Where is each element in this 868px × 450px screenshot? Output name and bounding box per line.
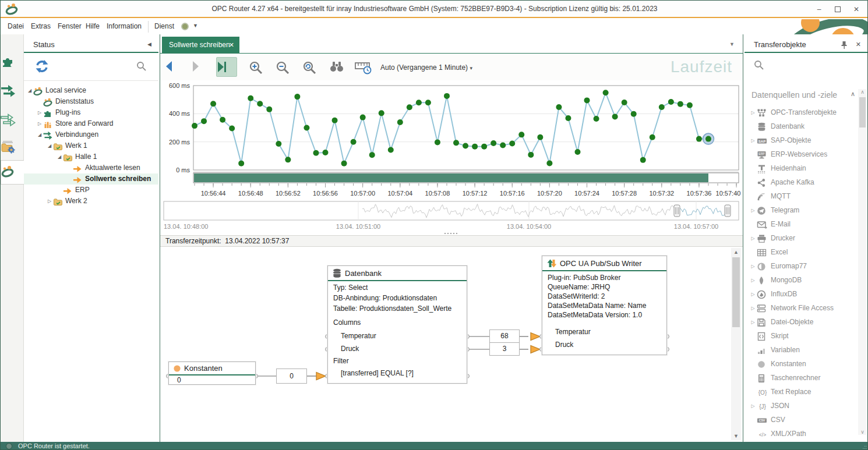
pin-icon[interactable] — [840, 41, 848, 49]
transfer-item-e-mail[interactable]: E-Mail — [749, 217, 857, 231]
runtime-chart[interactable]: 600 ms400 ms200 ms0 ms10:56:4410:56:4810… — [160, 80, 743, 235]
item-expander-icon[interactable]: ▷ — [749, 138, 757, 143]
tree-item-aktualwerte-lesen[interactable]: Aktualwerte lesen — [24, 162, 158, 173]
item-expander-icon[interactable]: ▷ — [749, 292, 757, 297]
strip-runtime-button[interactable] — [1, 160, 24, 185]
transfer-item-konstanten[interactable]: Konstanten — [749, 357, 857, 371]
db-filter-row[interactable]: [transferred] EQUAL [?] — [328, 365, 467, 377]
opcua-port-temperatur[interactable]: Temperatur — [542, 319, 666, 336]
transfer-item-skript[interactable]: Skript — [749, 329, 857, 343]
tree-item-sollwerte-schreiben[interactable]: Sollwerte schreiben — [24, 173, 158, 185]
tree-expander-icon[interactable]: ◢ — [26, 85, 33, 96]
chevron-up-icon[interactable]: ∧ — [851, 90, 855, 98]
transfer-item-excel[interactable]: Excel — [749, 245, 857, 259]
tab-list-chevron-icon[interactable]: ▼ — [729, 41, 735, 47]
transfer-item-datenbank[interactable]: Datenbank — [749, 119, 857, 133]
node-datenbank[interactable]: Datenbank Typ: Select DB-Anbindung: Prod… — [327, 265, 467, 384]
chevron-down-icon[interactable]: ▼ — [193, 23, 198, 29]
transfer-item-mongodb[interactable]: ▷MongoDB — [749, 273, 857, 287]
menu-fenster[interactable]: Fenster — [58, 22, 82, 30]
transfer-item-xml-xpath[interactable]: </>XML/XPath — [749, 427, 857, 441]
transfer-item-sap-objekte[interactable]: ▷SAPSAP-Objekte — [749, 133, 857, 147]
menu-information[interactable]: Information — [107, 22, 142, 30]
transfer-item-taschenrechner[interactable]: Taschenrechner — [749, 371, 857, 385]
scrollbar-thumb[interactable] — [732, 257, 740, 327]
transfer-item-opc-transferobjekte[interactable]: ▷OPC-Transferobjekte — [749, 105, 857, 119]
minimize-button[interactable]: – — [810, 3, 828, 15]
find-button[interactable] — [329, 57, 350, 77]
transfer-item-datei-objekte[interactable]: ▷Datei-Objekte — [749, 315, 857, 329]
transfer-item-csv[interactable]: CSVCSV — [749, 413, 857, 427]
item-expander-icon[interactable]: ▷ — [749, 403, 757, 409]
transfer-item-drucker[interactable]: ▷Drucker — [749, 231, 857, 245]
scroll-down-icon[interactable]: ∨ — [858, 429, 867, 435]
tree-expander-icon[interactable]: ▷ — [36, 107, 43, 118]
strip-store-forward-button[interactable] — [1, 134, 24, 159]
transfer-item-variablen[interactable]: Variablen — [749, 343, 857, 357]
tree-item-werk-2[interactable]: ▷Werk 2 — [24, 196, 158, 207]
menu-dienst[interactable]: Dienst — [154, 22, 174, 30]
item-expander-icon[interactable]: ▷ — [749, 278, 757, 283]
menu-datei[interactable]: Datei — [8, 22, 24, 30]
scroll-up-icon[interactable]: ▲ — [731, 249, 741, 255]
flow-diagram-canvas[interactable]: Konstanten 0 Datenbank Typ: Select DB-An… — [160, 247, 743, 442]
tree-item-erp[interactable]: ERP — [24, 185, 158, 196]
transfer-item-influxdb[interactable]: ▷InfluxDB — [749, 287, 857, 301]
resize-grip[interactable]: .:: — [862, 444, 867, 450]
zoom-in-button[interactable] — [249, 57, 270, 77]
transfer-item-network-file-access[interactable]: ▷Network File Access — [749, 301, 857, 315]
item-expander-icon[interactable]: ▷ — [749, 236, 757, 241]
tree-expander-icon[interactable]: ▷ — [36, 118, 43, 129]
strip-templates-button[interactable] — [1, 109, 24, 133]
strip-connections-button[interactable] — [1, 80, 24, 104]
diagram-vertical-scrollbar[interactable]: ▲ ▼ — [731, 248, 741, 440]
tree-item-plug-ins[interactable]: ▷Plug-ins — [24, 107, 158, 118]
menu-hilfe[interactable]: Hilfe — [86, 22, 100, 30]
tree-expander-icon[interactable]: ◢ — [56, 151, 63, 162]
tree-expander-icon[interactable]: ◢ — [46, 140, 53, 151]
opcua-port-druck[interactable]: Druck — [542, 336, 666, 349]
tree-expander-icon[interactable]: ▷ — [46, 196, 53, 207]
transfer-item-json[interactable]: ▷{J}JSON — [749, 399, 857, 413]
tree-item-local-service[interactable]: ◢Local service — [24, 85, 158, 96]
item-expander-icon[interactable]: ▷ — [749, 306, 757, 311]
collapse-panel-icon[interactable]: ◀ — [147, 41, 151, 47]
nav-back-button[interactable] — [165, 57, 186, 77]
section-datenquellen[interactable]: Datenquellen und -ziele ∧ — [751, 90, 855, 100]
time-range-button[interactable] — [355, 57, 376, 77]
item-expander-icon[interactable]: ▷ — [749, 208, 757, 213]
close-panel-icon[interactable]: ✕ — [856, 41, 861, 48]
item-expander-icon[interactable]: ▷ — [749, 320, 757, 325]
db-port-druck[interactable]: Druck — [328, 340, 467, 353]
zoom-out-button[interactable] — [276, 57, 297, 77]
zoom-reset-button[interactable] — [302, 57, 323, 77]
skip-to-latest-button[interactable] — [216, 57, 237, 77]
node-opcua-pubsub-writer[interactable]: OPC UA Pub/Sub Writer Plug-in: PubSub Br… — [542, 256, 667, 355]
transfer-item-heidenhain[interactable]: Heidenhain — [749, 161, 857, 175]
time-range-select[interactable]: Auto (Vergangene 1 Minute) ▾ — [380, 63, 472, 72]
refresh-button[interactable] — [34, 59, 50, 74]
tab-close-icon[interactable]: ✕ — [229, 37, 234, 53]
transfer-item-mqtt[interactable]: MQTT — [749, 189, 857, 203]
item-expander-icon[interactable]: ▷ — [749, 264, 757, 269]
transfer-item-erp-webservices[interactable]: ERPERP-Webservices — [749, 147, 857, 161]
tree-item-halle-1[interactable]: ◢Halle 1 — [24, 151, 158, 162]
search-icon[interactable] — [754, 60, 764, 70]
tree-item-dienststatus[interactable]: Dienststatus — [24, 96, 158, 107]
menu-extras[interactable]: Extras — [31, 22, 51, 30]
scrollbar-thumb[interactable] — [859, 97, 866, 127]
transfer-item-euromap77[interactable]: ▷Euromap77 — [749, 259, 857, 273]
maximize-button[interactable] — [829, 3, 846, 15]
nav-forward-button[interactable] — [190, 57, 211, 77]
tree-item-store-and-forward[interactable]: ▷Store and Forward — [24, 118, 158, 129]
panel-scrollbar[interactable]: ∧ ∨ — [858, 89, 867, 435]
search-icon[interactable] — [136, 61, 147, 72]
transfer-item-apache-kafka[interactable]: Apache Kafka — [749, 175, 857, 189]
tree-item-werk-1[interactable]: ◢Werk 1 — [24, 140, 158, 151]
node-konstanten[interactable]: Konstanten 0 — [168, 362, 256, 385]
item-expander-icon[interactable]: ▷ — [749, 110, 757, 115]
tab-sollwerte-schreiben[interactable]: Sollwerte schreiben ✕ — [162, 37, 239, 53]
transfer-item-telegram[interactable]: ▷Telegram — [749, 203, 857, 217]
scroll-down-icon[interactable]: ▼ — [731, 433, 741, 439]
scroll-up-icon[interactable]: ∧ — [858, 89, 867, 95]
